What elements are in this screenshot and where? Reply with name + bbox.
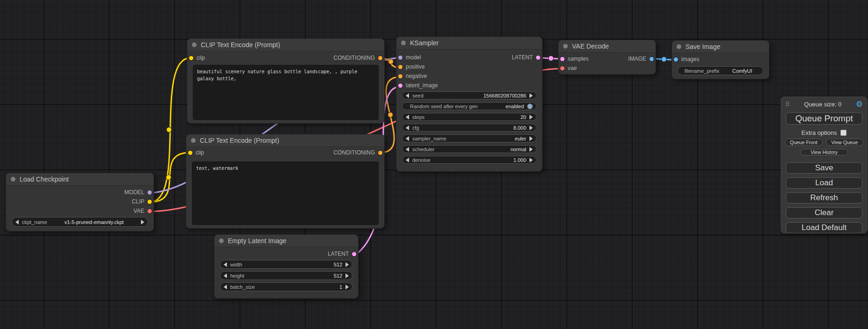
decrement-icon[interactable] bbox=[15, 220, 19, 224]
collapse-dot-icon[interactable] bbox=[192, 42, 197, 47]
widget-label: denoise bbox=[412, 157, 430, 163]
node-clip-text-encode-negative[interactable]: CLIP Text Encode (Prompt) clip CONDITION… bbox=[186, 134, 385, 229]
collapse-dot-icon[interactable] bbox=[11, 177, 15, 182]
widget-label: Random seed after every gen bbox=[410, 104, 478, 109]
gear-icon[interactable]: ⚙ bbox=[856, 100, 863, 108]
increment-icon[interactable] bbox=[141, 220, 144, 224]
load-button[interactable]: Load bbox=[786, 177, 862, 189]
ckpt-name-widget[interactable]: ckpt_name v1-5-pruned-emaonly.ckpt bbox=[12, 217, 148, 227]
positive-input-slot[interactable] bbox=[398, 65, 402, 69]
vae-input-slot[interactable] bbox=[560, 66, 565, 70]
batch-size-widget[interactable]: batch_size 1 bbox=[220, 282, 353, 291]
node-title: Save Image bbox=[685, 43, 720, 50]
queue-front-button[interactable]: Queue Front bbox=[785, 139, 823, 146]
node-header[interactable]: VAE Decode bbox=[558, 40, 656, 53]
decrement-icon[interactable] bbox=[406, 115, 409, 119]
clip-input-slot[interactable] bbox=[188, 151, 192, 155]
extra-options-checkbox[interactable] bbox=[840, 130, 847, 136]
comfyui-workspace: Load Checkpoint MODEL CLIP VAE bbox=[0, 0, 868, 329]
view-history-button[interactable]: View History bbox=[800, 149, 848, 155]
clip-output-slot[interactable] bbox=[148, 200, 152, 204]
increment-icon[interactable] bbox=[529, 158, 533, 162]
node-ksampler[interactable]: KSampler model LATENT positive bbox=[396, 36, 543, 172]
increment-icon[interactable] bbox=[529, 115, 533, 119]
refresh-button[interactable]: Refresh bbox=[786, 192, 862, 203]
model-output-slot[interactable] bbox=[148, 190, 152, 195]
samples-input-slot[interactable] bbox=[560, 57, 565, 61]
widget-label: cfg bbox=[412, 125, 419, 131]
decrement-icon[interactable] bbox=[224, 285, 227, 289]
image-output-slot[interactable] bbox=[649, 57, 654, 61]
node-header[interactable]: CLIP Text Encode (Prompt) bbox=[187, 39, 384, 51]
output-label: CONDITIONING bbox=[333, 149, 375, 156]
cfg-widget[interactable]: cfg 8.000 bbox=[402, 124, 536, 132]
scheduler-widget[interactable]: scheduler normal bbox=[402, 145, 536, 153]
node-vae-decode[interactable]: VAE Decode samples IMAGE vae bbox=[558, 40, 656, 75]
height-widget[interactable]: height 512 bbox=[220, 271, 353, 280]
widget-value: ComfyUI bbox=[732, 68, 752, 74]
link-dot bbox=[549, 56, 554, 61]
collapse-dot-icon[interactable] bbox=[563, 44, 568, 49]
decrement-icon[interactable] bbox=[224, 273, 227, 278]
node-save-image[interactable]: Save Image images filename_prefix ComfyU… bbox=[671, 40, 769, 79]
width-widget[interactable]: width 512 bbox=[220, 260, 353, 269]
load-default-button[interactable]: Load Default bbox=[786, 222, 862, 233]
node-header[interactable]: Load Checkpoint bbox=[6, 173, 154, 186]
prompt-text-input[interactable]: text, watermark bbox=[192, 161, 379, 225]
drag-handle-icon[interactable]: ⠿ bbox=[785, 101, 790, 107]
collapse-dot-icon[interactable] bbox=[401, 41, 406, 45]
decrement-icon[interactable] bbox=[406, 93, 409, 98]
negative-input-slot[interactable] bbox=[398, 74, 402, 78]
collapse-dot-icon[interactable] bbox=[677, 44, 681, 49]
increment-icon[interactable] bbox=[529, 147, 533, 152]
decrement-icon[interactable] bbox=[406, 136, 409, 141]
conditioning-output-slot[interactable] bbox=[378, 151, 382, 155]
latent-output-slot[interactable] bbox=[536, 56, 540, 60]
increment-icon[interactable] bbox=[529, 126, 533, 130]
steps-widget[interactable]: steps 20 bbox=[402, 113, 536, 121]
decrement-icon[interactable] bbox=[406, 147, 409, 152]
increment-icon[interactable] bbox=[346, 262, 349, 267]
sampler-name-widget[interactable]: sampler_name euler bbox=[402, 134, 536, 142]
latent-output-slot[interactable] bbox=[352, 252, 356, 256]
denoise-widget[interactable]: denoise 1.000 bbox=[402, 156, 536, 164]
prompt-text-input[interactable]: beautiful scenery nature glass bottle la… bbox=[193, 65, 379, 120]
node-header[interactable]: CLIP Text Encode (Prompt) bbox=[186, 134, 384, 147]
output-label: CONDITIONING bbox=[333, 55, 375, 61]
collapse-dot-icon[interactable] bbox=[219, 238, 224, 243]
node-empty-latent-image[interactable]: Empty Latent Image LATENT width 512 heig… bbox=[214, 234, 359, 299]
decrement-icon[interactable] bbox=[224, 262, 227, 267]
filename-prefix-widget[interactable]: filename_prefix ComfyUI bbox=[677, 66, 763, 75]
widget-value: euler bbox=[515, 136, 526, 141]
random-seed-widget[interactable]: Random seed after every gen enabled bbox=[402, 102, 536, 110]
node-header[interactable]: Empty Latent Image bbox=[214, 235, 358, 247]
collapse-dot-icon[interactable] bbox=[191, 138, 196, 143]
node-load-checkpoint[interactable]: Load Checkpoint MODEL CLIP VAE bbox=[6, 173, 154, 231]
node-header[interactable]: Save Image bbox=[672, 41, 769, 53]
queue-prompt-button[interactable]: Queue Prompt bbox=[786, 112, 862, 125]
node-title: Empty Latent Image bbox=[228, 237, 286, 245]
node-clip-text-encode-positive[interactable]: CLIP Text Encode (Prompt) clip CONDITION… bbox=[187, 38, 385, 124]
seed-widget[interactable]: seed 156680208700286 bbox=[402, 91, 536, 99]
increment-icon[interactable] bbox=[346, 285, 349, 289]
widget-value: 20 bbox=[521, 114, 526, 120]
conditioning-output-slot[interactable] bbox=[378, 56, 382, 60]
node-title: VAE Decode bbox=[572, 42, 609, 50]
view-queue-button[interactable]: View Queue bbox=[826, 139, 864, 146]
decrement-icon[interactable] bbox=[406, 126, 409, 130]
node-header[interactable]: KSampler bbox=[396, 37, 542, 49]
input-label: vae bbox=[568, 65, 577, 71]
vae-output-slot[interactable] bbox=[148, 209, 152, 213]
node-title: Load Checkpoint bbox=[20, 175, 69, 183]
latent-image-input-slot[interactable] bbox=[398, 84, 402, 88]
increment-icon[interactable] bbox=[346, 273, 349, 278]
toggle-icon[interactable] bbox=[527, 104, 533, 109]
clear-button[interactable]: Clear bbox=[786, 207, 862, 218]
clip-input-slot[interactable] bbox=[189, 56, 193, 60]
model-input-slot[interactable] bbox=[398, 56, 402, 60]
save-button[interactable]: Save bbox=[786, 162, 862, 174]
decrement-icon[interactable] bbox=[406, 158, 409, 162]
images-input-slot[interactable] bbox=[674, 57, 678, 62]
increment-icon[interactable] bbox=[529, 93, 533, 98]
increment-icon[interactable] bbox=[529, 136, 533, 141]
